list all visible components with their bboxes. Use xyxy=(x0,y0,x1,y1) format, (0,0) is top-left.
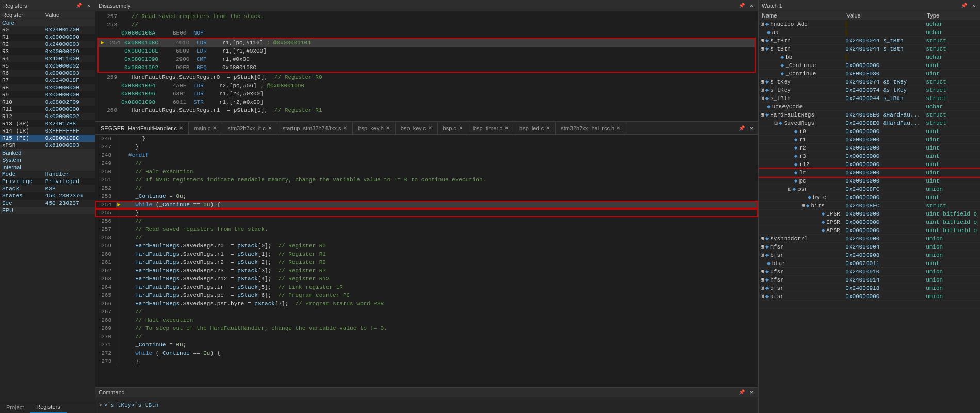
watch-row-18[interactable]: ◆lr 0x00000000 uint xyxy=(759,169,980,177)
expand-icon-9[interactable]: ⊞ xyxy=(761,95,764,102)
tab-project[interactable]: Project xyxy=(0,401,30,414)
watch-row-30[interactable]: ⊞◆ufsr 0x24000910 union xyxy=(759,268,980,276)
watch-row-3[interactable]: ⊞◆s_tBtn 0x24000044 s_tBtn struct xyxy=(759,45,980,53)
tab-close-3[interactable]: ✕ xyxy=(343,125,347,131)
expand-icon-27[interactable]: ⊞ xyxy=(761,244,764,250)
editor-tab-2[interactable]: stm32h7xx_it.c ✕ xyxy=(222,122,277,135)
editor-tab-3[interactable]: startup_stm32h743xx.s ✕ xyxy=(277,122,353,135)
watch-row-4[interactable]: ◆bb uchar xyxy=(759,53,980,61)
reg-row[interactable]: R12 0x00000002 xyxy=(0,113,95,120)
expand-icon-12[interactable]: ⊞ xyxy=(774,120,778,126)
watch-close-icon[interactable]: ✕ xyxy=(971,2,977,9)
watch-pin-icon[interactable]: 📌 xyxy=(959,2,969,9)
watch-row-20[interactable]: ⊞◆psr 0x240008FC union xyxy=(759,185,980,193)
expand-icon-31[interactable]: ⊞ xyxy=(761,277,764,283)
expand-icon-20[interactable]: ⊞ xyxy=(788,186,792,192)
watch-row-34[interactable] xyxy=(759,301,980,308)
disasm-close-icon[interactable]: ✕ xyxy=(748,2,755,9)
reg-internal-row[interactable]: States 450 2302376 xyxy=(0,192,95,200)
expand-icon-8[interactable]: ⊞ xyxy=(761,87,764,93)
watch-row-21[interactable]: ◆byte 0x00000000 uint xyxy=(759,193,980,202)
watch-row-33[interactable]: ⊞◆afsr 0x00000000 union xyxy=(759,292,980,301)
tab-close-5[interactable]: ✕ xyxy=(428,125,432,131)
editor-tab-7[interactable]: bsp_timer.c ✕ xyxy=(468,122,514,135)
reg-row[interactable]: R15 (PC) 0x0800108C xyxy=(0,135,95,142)
reg-row[interactable]: R11 0x00000000 xyxy=(0,106,95,113)
disasm-pin-icon[interactable]: 📌 xyxy=(737,2,746,9)
expand-icon-33[interactable]: ⊞ xyxy=(761,293,764,300)
watch-row-27[interactable]: ⊞◆mfsr 0x24000904 union xyxy=(759,243,980,251)
watch-row-5[interactable]: ◆_Continue 0x00000000 uint xyxy=(759,61,980,70)
registers-close-icon[interactable]: ✕ xyxy=(86,2,92,9)
watch-row-29[interactable]: ◆bfar 0x00020011 uint xyxy=(759,259,980,268)
reg-row[interactable]: R2 0x24000003 xyxy=(0,41,95,48)
code-editor-area[interactable]: 246 } 247 } 248 #endif 249 // 250 // Hal… xyxy=(95,135,758,387)
tab-close-7[interactable]: ✕ xyxy=(504,125,509,131)
reg-row[interactable]: R3 0x00000029 xyxy=(0,48,95,55)
editor-tab-1[interactable]: main.c ✕ xyxy=(189,122,222,135)
watch-row-0[interactable]: ⊞◆hnucleo_Adc uchar xyxy=(759,20,980,28)
reg-internal-row[interactable]: Stack MSP xyxy=(0,185,95,192)
editor-close-icon[interactable]: ✕ xyxy=(748,125,755,132)
watch-row-22[interactable]: ⊞◆bits 0x240008FC struct xyxy=(759,202,980,210)
tab-close-8[interactable]: ✕ xyxy=(546,125,550,131)
watch-row-10[interactable]: ◆ucKeyCode uchar xyxy=(759,103,980,111)
editor-tab-6[interactable]: bsp.c ✕ xyxy=(438,122,468,135)
reg-internal-row[interactable]: Sec 450 230237 xyxy=(0,200,95,207)
registers-pin-icon[interactable]: 📌 xyxy=(74,2,84,9)
tab-close-0[interactable]: ✕ xyxy=(179,125,183,131)
watch-row-12[interactable]: ⊞◆SavedRegs 0x240008E0 &HardFau... struc… xyxy=(759,119,980,127)
tab-close-6[interactable]: ✕ xyxy=(459,125,463,131)
editor-pin-icon[interactable]: 📌 xyxy=(737,125,746,132)
watch-row-8[interactable]: ⊞◆s_tKey 0x24000074 &s_tKey struct xyxy=(759,86,980,94)
watch-row-13[interactable]: ◆r0 0x00000000 uint xyxy=(759,127,980,136)
watch-row-15[interactable]: ◆r2 0x00000000 uint xyxy=(759,144,980,152)
watch-row-32[interactable]: ⊞◆dfsr 0x24000918 union xyxy=(759,284,980,292)
editor-tab-0[interactable]: SEGGER_HardFaultHandler.c ✕ xyxy=(95,122,189,135)
tab-close-1[interactable]: ✕ xyxy=(213,125,217,131)
editor-tab-5[interactable]: bsp_key.c ✕ xyxy=(396,122,438,135)
watch-row-1[interactable]: ◆aa uchar xyxy=(759,28,980,37)
expand-icon-11[interactable]: ⊞ xyxy=(761,112,764,118)
expand-icon-28[interactable]: ⊞ xyxy=(761,252,764,258)
expand-icon-7[interactable]: ⊞ xyxy=(761,79,764,85)
watch-row-19[interactable]: ◆pc 0x00000000 uint xyxy=(759,177,980,185)
command-pin-icon[interactable]: 📌 xyxy=(737,389,746,396)
watch-row-16[interactable]: ◆r3 0x00000000 uint xyxy=(759,152,980,160)
expand-icon-32[interactable]: ⊞ xyxy=(761,285,764,291)
watch-row-6[interactable]: ◆_Continue 0xE000ED80 uint xyxy=(759,70,980,78)
reg-row[interactable]: R6 0x00000003 xyxy=(0,70,95,77)
reg-row[interactable]: R7 0x0240018F xyxy=(0,77,95,84)
command-close-icon[interactable]: ✕ xyxy=(748,389,755,396)
tab-close-4[interactable]: ✕ xyxy=(386,125,390,131)
watch-row-24[interactable]: ◆EPSR 0x00000000 uint bitfield o xyxy=(759,218,980,226)
reg-row[interactable]: R14 (LR) 0xFFFFFFFF xyxy=(0,127,95,135)
reg-row[interactable]: R13 (SP) 0x24017B8 xyxy=(0,120,95,127)
tab-registers[interactable]: Registers xyxy=(30,401,66,414)
watch-row-11[interactable]: ⊞◆HardFaultRegs 0x240008E0 &HardFau... s… xyxy=(759,111,980,119)
tab-close-2[interactable]: ✕ xyxy=(268,125,272,131)
reg-internal-row[interactable]: Mode Handler xyxy=(0,171,95,178)
expand-icon-26[interactable]: ⊞ xyxy=(761,236,764,242)
reg-row[interactable]: R4 0x40011000 xyxy=(0,55,95,62)
watch-row-17[interactable]: ◆r12 0x00000000 uint xyxy=(759,160,980,169)
editor-tab-9[interactable]: stm32h7xx_hal_rcc.h ✕ xyxy=(556,122,626,135)
watch-row-2[interactable]: ⊞◆s_tBtn 0x24000044 s_tBtn struct xyxy=(759,37,980,45)
expand-icon-30[interactable]: ⊞ xyxy=(761,269,764,275)
reg-row[interactable]: R1 0x00000000 xyxy=(0,34,95,41)
watch-row-9[interactable]: ⊞◆s_tBtn 0x24000044 s_tBtn struct xyxy=(759,94,980,103)
expand-icon-3[interactable]: ⊞ xyxy=(761,46,764,52)
expand-icon-22[interactable]: ⊞ xyxy=(802,203,805,209)
expand-icon-2[interactable]: ⊞ xyxy=(761,38,764,44)
watch-content[interactable]: Name Value Type ⊞◆hnucleo_Adc uchar ◆aa … xyxy=(759,11,980,413)
reg-row[interactable]: R9 0x00000000 xyxy=(0,91,95,98)
watch-row-25[interactable]: ◆APSR 0x00000000 uint bitfield o xyxy=(759,226,980,235)
editor-tab-4[interactable]: bsp_key.h ✕ xyxy=(353,122,395,135)
watch-row-28[interactable]: ⊞◆bfsr 0x24000908 union xyxy=(759,251,980,259)
watch-row-7[interactable]: ⊞◆s_tKey 0x24000074 &s_tKey struct xyxy=(759,78,980,86)
reg-row[interactable]: R5 0x00000002 xyxy=(0,62,95,70)
tab-close-9[interactable]: ✕ xyxy=(616,125,620,131)
watch-row-31[interactable]: ⊞◆hfsr 0x24000914 union xyxy=(759,276,980,284)
reg-row[interactable]: R8 0x00000000 xyxy=(0,84,95,91)
reg-internal-row[interactable]: Privilege Privileged xyxy=(0,178,95,185)
